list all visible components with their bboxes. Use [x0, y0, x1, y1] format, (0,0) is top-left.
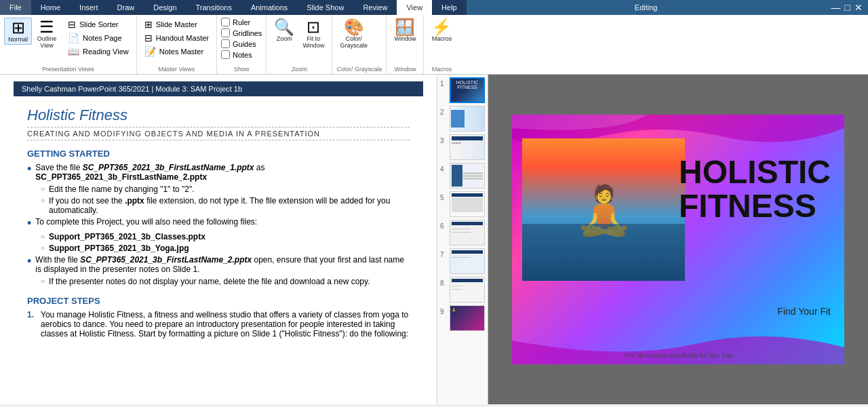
tab-home[interactable]: Home: [31, 0, 70, 15]
maximize-btn[interactable]: □: [845, 2, 850, 13]
slide-master-icon: ⊞: [144, 19, 153, 30]
thumb-2-num: 2: [440, 109, 447, 116]
zoom-content: 🔍 Zoom ⊡ Fit toWindow: [271, 18, 328, 66]
thumb-3-num: 3: [440, 137, 447, 144]
slide-title-container: HOLISTIC FITNESS: [679, 155, 831, 224]
minimize-btn[interactable]: —: [831, 2, 841, 13]
thumb-1-content: HOLISTIC FITNESS: [451, 79, 484, 91]
fit-window-button[interactable]: ⊡ Fit toWindow: [299, 18, 328, 50]
gridlines-checkbox[interactable]: [221, 28, 230, 37]
tab-draw[interactable]: Draw: [108, 0, 144, 15]
handout-master-button[interactable]: ⊟ Handout Master: [141, 31, 212, 45]
thumbnail-9[interactable]: 9 🧘: [440, 305, 485, 331]
notes-checkbox-label[interactable]: Notes: [221, 50, 262, 59]
slide-master-button[interactable]: ⊞ Slide Master: [141, 18, 212, 31]
outline-view-button[interactable]: ☰ OutlineView: [33, 18, 60, 50]
thumbnail-8[interactable]: 8 ———— ————: [440, 277, 485, 303]
thumb-3-img[interactable]: content: [450, 134, 485, 160]
thumb-2-img[interactable]: [450, 106, 485, 132]
thumb-6-img[interactable]: ——————— ———————: [450, 220, 485, 246]
thumb-1-num: 1: [440, 80, 447, 88]
guides-checkbox-label[interactable]: Guides: [221, 39, 262, 48]
notes-page-icon: 📄: [68, 33, 79, 43]
color-grayscale-button[interactable]: 🎨 Color/Grayscale: [336, 18, 371, 50]
bullet-1-sub2-text: If you do not see the .pptx file extensi…: [49, 196, 410, 215]
bullet-2-dot: •: [27, 217, 31, 229]
thumb-9-img[interactable]: 🧘: [450, 305, 485, 331]
tab-review[interactable]: Review: [353, 0, 397, 15]
zoom-group: 🔍 Zoom ⊡ Fit toWindow Zoom: [267, 15, 332, 74]
color-grayscale-group-label: Color/ Grayscale: [336, 66, 382, 73]
bullet-2-sub2-dot: ○: [41, 244, 45, 253]
tab-view[interactable]: View: [397, 0, 432, 15]
tab-animations[interactable]: Animations: [241, 0, 297, 15]
tab-design[interactable]: Design: [144, 0, 186, 15]
tab-file[interactable]: File: [0, 0, 31, 15]
normal-view-button[interactable]: ⊞ Normal: [4, 18, 32, 45]
main-area: Shelly Cashman PowerPoint 365/2021 | Mod…: [0, 75, 868, 404]
macros-group: ⚡ Macros Macros: [424, 15, 459, 74]
tab-transitions[interactable]: Transitions: [186, 0, 241, 15]
slide-title-line1: HOLISTIC: [679, 155, 831, 189]
thumbnail-3[interactable]: 3 content: [440, 134, 485, 160]
thumb-5-img[interactable]: [450, 191, 485, 217]
gridlines-checkbox-label[interactable]: Gridlines: [221, 28, 262, 37]
thumbnail-5[interactable]: 5: [440, 191, 485, 217]
step1: 1. You manage Holistic Fitness, a fitnes…: [27, 310, 410, 338]
thumb-4-num: 4: [440, 166, 447, 173]
normal-icon: ⊞: [12, 20, 25, 36]
thumb-8-img[interactable]: ———— ————: [450, 277, 485, 303]
zoom-button[interactable]: 🔍 Zoom: [271, 18, 298, 43]
thumb-4-img[interactable]: [450, 163, 485, 189]
thumb-4-content: [450, 163, 484, 188]
handout-master-icon: ⊟: [144, 33, 153, 43]
bullet-3-sub1-dot: ○: [41, 277, 45, 286]
handout-master-label: Handout Master: [156, 34, 209, 42]
slide-heading1: Holistic Fitness: [27, 106, 410, 124]
thumbnail-4[interactable]: 4: [440, 163, 485, 189]
window-button[interactable]: 🪟 Window: [391, 18, 419, 43]
slide-content-area: 🧘 HOLISTIC FITNESS Find Your Fit This fi…: [488, 75, 868, 404]
tab-insert[interactable]: Insert: [70, 0, 108, 15]
slide-panel: Shelly Cashman PowerPoint 365/2021 | Mod…: [0, 75, 437, 404]
notes-page-button[interactable]: 📄 Notes Page: [64, 31, 132, 45]
window-label: Window: [394, 35, 416, 42]
outline-label: OutlineView: [37, 35, 57, 49]
presentation-views-label: Presentation Views: [4, 66, 132, 73]
thumbnail-2[interactable]: 2: [440, 106, 485, 132]
bullet-1-sub1-dot: ○: [41, 185, 45, 194]
thumbnail-7[interactable]: 7 ———————: [440, 248, 485, 274]
tab-help[interactable]: Help: [432, 0, 467, 15]
thumb-5-content: [450, 192, 484, 214]
slide-sorter-button[interactable]: ⊟ Slide Sorter: [64, 18, 132, 31]
thumbnail-6[interactable]: 6 ——————— ———————: [440, 220, 485, 246]
bullet-2-sub1-text: Support_PPT365_2021_3b_Classes.pptx: [49, 232, 205, 241]
notes-checkbox[interactable]: [221, 50, 230, 59]
slide-sorter-icon: ⊟: [68, 19, 76, 30]
show-label: Show: [221, 66, 262, 73]
show-content: Ruler Gridlines Guides Notes: [221, 18, 262, 66]
reading-view-icon: 📖: [68, 46, 79, 57]
macros-button[interactable]: ⚡ Macros: [428, 18, 455, 43]
reading-view-label: Reading View: [83, 47, 129, 56]
tab-slideshow[interactable]: Slide Show: [297, 0, 353, 15]
notes-master-button[interactable]: 📝 Notes Master: [141, 45, 212, 58]
slide-heading2: CREATING AND MODIFYING OBJECTS AND MEDIA…: [27, 127, 410, 140]
thumb-1-img[interactable]: HOLISTIC FITNESS: [450, 77, 485, 103]
window-icon: 🪟: [395, 19, 415, 35]
thumb-5-num: 5: [440, 194, 447, 201]
yoga-image: 🧘: [522, 138, 685, 281]
close-btn[interactable]: ✕: [854, 2, 863, 13]
ruler-checkbox-label[interactable]: Ruler: [221, 18, 262, 26]
thumb-7-img[interactable]: ———————: [450, 248, 485, 274]
reading-view-button[interactable]: 📖 Reading View: [64, 45, 132, 58]
slide-preview[interactable]: 🧘 HOLISTIC FITNESS Find Your Fit This fi…: [512, 115, 844, 364]
thumbnail-1[interactable]: 1 HOLISTIC FITNESS: [440, 77, 485, 103]
guides-checkbox[interactable]: [221, 39, 230, 48]
slide-footer: This file created specifically for Tam C…: [512, 352, 844, 359]
ruler-checkbox[interactable]: [221, 18, 230, 26]
bullet-1-dot: •: [27, 163, 31, 175]
slide-sorter-label: Slide Sorter: [79, 20, 118, 28]
thumb-6-num: 6: [440, 222, 447, 230]
step1-text: You manage Holistic Fitness, a fitness a…: [41, 310, 410, 338]
